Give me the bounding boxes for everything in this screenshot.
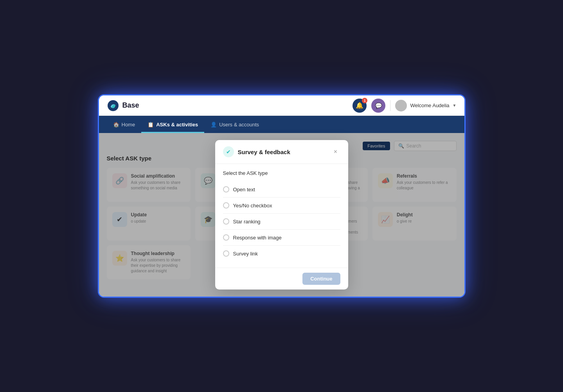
option-star-label: Star ranking [233,219,261,225]
logo-icon [107,99,119,112]
chat-button[interactable]: 💬 [371,99,385,113]
modal-title: Survey & feedback [238,149,327,155]
screen-wrapper: Base 🔔 1 💬 Welcome Audelia ▼ 🏠 Home [98,94,466,298]
users-icon: 👤 [210,122,217,128]
secondary-nav: 🏠 Home 📋 ASKs & activities 👤 Users & acc… [99,116,464,133]
radio-yes-no[interactable] [223,202,229,209]
radio-open-text[interactable] [223,186,229,192]
option-image[interactable]: Response with image [223,230,340,246]
home-icon: 🏠 [113,122,119,128]
logo-area: Base [107,99,139,112]
welcome-label: Welcome Audelia [410,102,449,108]
notifications-button[interactable]: 🔔 1 [353,99,367,113]
modal: ✔ Survey & feedback × Select the ASK typ… [215,140,348,290]
bell-icon: 🔔 [356,102,363,109]
nav-home-label: Home [122,122,135,128]
option-open-text[interactable]: Open text [223,182,340,198]
option-image-label: Response with image [233,235,282,241]
radio-survey-link[interactable] [223,250,229,257]
modal-close-button[interactable]: × [331,147,340,156]
option-yes-no[interactable]: Yes/No checkbox [223,198,340,214]
modal-subtitle: Select the ASK type [223,170,340,176]
chevron-down-icon: ▼ [453,103,457,108]
modal-overlay: ✔ Survey & feedback × Select the ASK typ… [99,133,464,297]
option-yes-no-label: Yes/No checkbox [233,203,272,209]
modal-body: Select the ASK type Open text Yes/No che… [215,164,348,268]
option-survey-link-label: Survey link [233,251,258,257]
chat-icon: 💬 [375,102,382,109]
user-menu-button[interactable]: Welcome Audelia ▼ [395,100,456,111]
continue-button[interactable]: Continue [302,273,340,285]
option-star[interactable]: Star ranking [223,214,340,230]
app-title: Base [122,101,139,110]
nav-right: 🔔 1 💬 Welcome Audelia ▼ [353,99,456,113]
top-nav: Base 🔔 1 💬 Welcome Audelia ▼ [99,95,464,116]
nav-item-users[interactable]: 👤 Users & accounts [204,116,265,133]
radio-image[interactable] [223,234,229,241]
nav-item-asks[interactable]: 📋 ASKs & activities [141,116,204,133]
avatar [395,100,407,111]
modal-header: ✔ Survey & feedback × [215,140,348,164]
main-content: Favorites 🔍 Search Select ASK type 🔗 Soc… [99,133,464,297]
modal-footer: Continue [215,268,348,290]
option-survey-link[interactable]: Survey link [223,246,340,261]
modal-check-icon: ✔ [223,146,234,157]
nav-divider [390,100,390,111]
option-open-text-label: Open text [233,187,255,192]
nav-asks-label: ASKs & activities [156,122,198,128]
nav-users-label: Users & accounts [219,122,259,128]
asks-icon: 📋 [147,122,154,128]
radio-star[interactable] [223,218,229,225]
notification-badge: 1 [362,98,367,103]
nav-item-home[interactable]: 🏠 Home [107,116,142,133]
